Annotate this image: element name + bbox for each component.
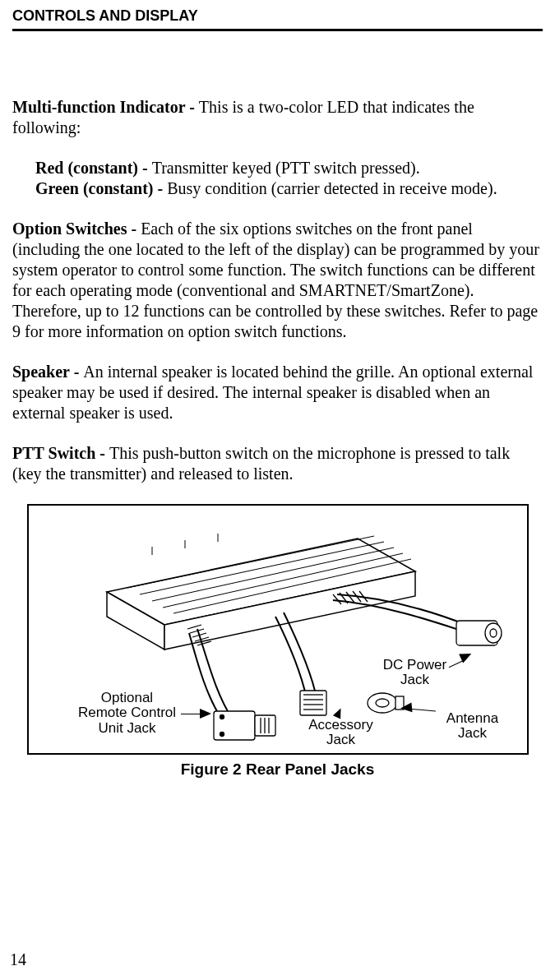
svg-point-21 — [220, 714, 224, 719]
label-option-switches: Option Switches - — [12, 220, 141, 238]
label-accessory: AccessoryJack — [304, 718, 378, 748]
page-number: 14 — [10, 950, 26, 970]
arrow-head-remote — [200, 709, 211, 719]
label-remote: OptionalRemote ControlUnit Jack — [74, 691, 181, 737]
arrow-head-antenna — [400, 702, 412, 713]
text-red: Transmitter keyed (PTT switch pressed). — [152, 159, 420, 177]
arrow-line-remote — [181, 714, 201, 714]
green-line: Green (constant) - Busy condition (carri… — [35, 178, 543, 199]
indicator-definitions: Red (constant) - Transmitter keyed (PTT … — [35, 158, 543, 199]
paragraph-multi-indicator: Multi-function Indicator - This is a two… — [12, 97, 543, 138]
paragraph-ptt: PTT Switch - This push-button switch on … — [12, 443, 543, 484]
paragraph-option-switches: Option Switches - Each of the six option… — [12, 219, 543, 342]
svg-point-22 — [220, 732, 224, 736]
label-multi-indicator: Multi-function Indicator - — [12, 98, 199, 116]
text-green: Busy condition (carrier detected in rece… — [167, 179, 497, 197]
label-antenna: AntennaJack — [440, 711, 506, 742]
paragraph-speaker: Speaker - An internal speaker is located… — [12, 362, 543, 423]
svg-point-37 — [376, 699, 389, 707]
label-speaker: Speaker - — [12, 363, 83, 381]
label-red: Red (constant) - — [35, 159, 152, 177]
label-green: Green (constant) - — [35, 179, 167, 197]
label-dc-power: DC PowerJack — [378, 658, 452, 688]
section-header: CONTROLS AND DISPLAY — [12, 7, 543, 31]
label-ptt: PTT Switch - — [12, 444, 109, 462]
svg-point-35 — [490, 629, 497, 637]
red-line: Red (constant) - Transmitter keyed (PTT … — [35, 158, 543, 178]
figure-caption: Figure 2 Rear Panel Jacks — [12, 760, 543, 779]
figure-rear-panel: DC PowerJack AntennaJack AccessoryJack O… — [27, 504, 529, 755]
text-speaker: An internal speaker is located behind th… — [12, 363, 533, 422]
